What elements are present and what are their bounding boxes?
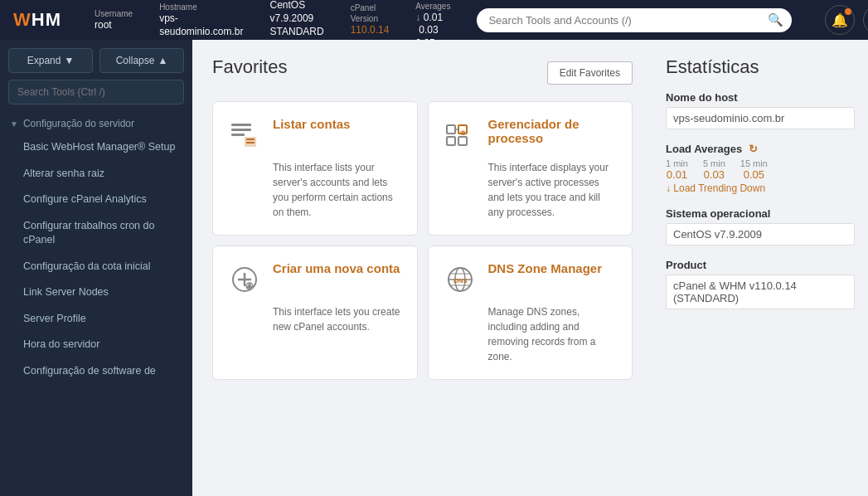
sidebar-item-software-config[interactable]: Configuração de software de [0, 358, 192, 385]
sidebar-item-label: Server Profile [23, 313, 86, 324]
favorites-grid: Listar contas This interface lists your … [212, 101, 633, 380]
svg-rect-2 [231, 134, 245, 136]
load-15min: 15 min 0.05 [740, 158, 768, 181]
sidebar-item-label: Configurar trabalhos cron do cPanel [23, 220, 154, 246]
sidebar: Expand ▼ Collapse ▲ ▼ Configuração do se… [0, 40, 192, 496]
notification-badge [845, 8, 851, 15]
sidebar-item-cota-inicial[interactable]: Configuração da cota inicial [0, 254, 192, 280]
sidebar-item-label: Basic WebHost Manager® Setup [23, 141, 175, 153]
card-header: Listar contas [226, 117, 404, 153]
sidebar-item-basic-setup[interactable]: Basic WebHost Manager® Setup [0, 134, 192, 161]
cpanel-label: cPanel Version [351, 2, 390, 24]
topbar: WHM Username root Hostname vps-seudomini… [0, 0, 868, 40]
sidebar-item-cpanel-analytics[interactable]: Configure cPanel Analytics [0, 187, 192, 213]
sidebar-action-bar: Expand ▼ Collapse ▲ [0, 40, 192, 80]
svg-text:⚙: ⚙ [461, 130, 466, 136]
hostname-info: Hostname vps-seudominio.com.br [159, 2, 243, 38]
card-title-processo[interactable]: Gerenciador de processo [488, 117, 619, 145]
sidebar-item-cron-jobs[interactable]: Configurar trabalhos cron do cPanel [0, 213, 192, 254]
hostname-section: Nome do host vps-seudominio.com.br [666, 91, 855, 129]
collapse-icon: ▲ [158, 55, 167, 66]
card-criar-conta: Criar uma nova conta This interface lets… [212, 246, 418, 380]
user-profile-button[interactable]: 👤 [863, 5, 868, 35]
sidebar-item-alterar-senha[interactable]: Alterar senha raiz [0, 161, 192, 187]
chevron-down-icon: ▼ [10, 119, 18, 129]
svg-rect-8 [447, 137, 455, 145]
list-icon [226, 117, 263, 153]
sidebar-item-label: Configure cPanel Analytics [23, 193, 147, 205]
os-section-label: Sistema operacional [666, 207, 855, 220]
svg-rect-18 [247, 286, 252, 289]
favorites-title: Favorites [212, 56, 287, 78]
sidebar-item-link-server-nodes[interactable]: Link Server Nodes [0, 280, 192, 306]
load-down-icon: ↓ [415, 12, 420, 23]
search-wrap: 🔍 [477, 8, 792, 32]
card-desc-processo: This interface displays your server's ac… [442, 160, 619, 220]
username-value: root [95, 19, 133, 32]
os-section: Sistema operacional CentOS v7.9.2009 [666, 207, 855, 246]
load-label: Load Averages [415, 0, 450, 12]
main-content: Favorites Edit Favorites [192, 40, 652, 496]
expand-button[interactable]: Expand ▼ [8, 48, 93, 73]
dns-icon: DNS [442, 261, 478, 298]
notifications-button[interactable]: 🔔 [825, 5, 855, 35]
add-account-icon [226, 261, 263, 298]
svg-rect-9 [458, 137, 467, 145]
sidebar-section-config[interactable]: ▼ Configuração do servidor [0, 113, 192, 134]
sidebar-item-label: Configuração da cota inicial [23, 260, 151, 272]
sidebar-item-label: Configuração de software de [23, 365, 156, 377]
hostname-label: Hostname [159, 2, 243, 12]
card-dns-zone: DNS DNS Zone Manager Manage DNS zones, i… [428, 246, 633, 380]
stats-title: Estatísticas [666, 56, 855, 78]
svg-rect-6 [447, 125, 455, 134]
card-title-criar-conta[interactable]: Criar uma nova conta [273, 261, 400, 275]
search-icon: 🔍 [768, 12, 783, 27]
card-gerenciador-processo: ⚙ Gerenciador de processo This interface… [428, 101, 633, 236]
search-area: 🔍 [477, 8, 792, 32]
expand-icon: ▼ [64, 55, 74, 66]
favorites-header: Favorites Edit Favorites [212, 56, 633, 90]
load-section-label: Load Averages ↻ [666, 143, 855, 155]
sidebar-search-input[interactable] [8, 80, 184, 105]
hostname-section-value: vps-seudominio.com.br [666, 107, 855, 129]
svg-rect-4 [246, 139, 255, 140]
search-input[interactable] [477, 8, 792, 32]
card-desc-listar-contas: This interface lists your server's accou… [226, 160, 404, 220]
os-section-value: CentOS v7.9.2009 [666, 223, 855, 246]
product-section: Product cPanel & WHM v110.0.14 (STANDARD… [666, 259, 855, 309]
username-info: Username root [95, 8, 133, 32]
stats-panel: Estatísticas Nome do host vps-seudominio… [652, 40, 868, 496]
whm-logo: WHM [13, 9, 61, 31]
card-header: DNS DNS Zone Manager [442, 261, 619, 298]
cpanel-info: cPanel Version 110.0.14 [351, 2, 390, 37]
load-5min: 5 min 0.03 [703, 158, 725, 181]
svg-rect-1 [231, 129, 251, 131]
card-title-listar-contas[interactable]: Listar contas [273, 117, 350, 131]
sidebar-item-label: Alterar senha raiz [23, 168, 104, 179]
cpanel-value: 110.0.14 [351, 24, 390, 37]
product-section-value: cPanel & WHM v110.0.14 (STANDARD) [666, 275, 855, 309]
sidebar-item-label: Hora do servidor [23, 338, 99, 350]
card-title-dns[interactable]: DNS Zone Manager [488, 261, 603, 275]
topbar-actions: 🔔 👤 [825, 5, 868, 35]
load-refresh-icon: ↻ [749, 143, 758, 155]
main-layout: Expand ▼ Collapse ▲ ▼ Configuração do se… [0, 40, 868, 496]
edit-favorites-button[interactable]: Edit Favorites [547, 61, 633, 85]
svg-text:DNS: DNS [453, 277, 468, 284]
product-section-label: Product [666, 259, 855, 271]
sidebar-item-hora-servidor[interactable]: Hora do servidor [0, 332, 192, 358]
svg-rect-0 [231, 124, 251, 126]
sidebar-item-label: Link Server Nodes [23, 286, 109, 298]
card-desc-criar-conta: This interface lets you create new cPane… [226, 304, 404, 334]
process-icon: ⚙ [442, 117, 478, 153]
username-label: Username [95, 8, 133, 19]
svg-rect-5 [246, 142, 255, 143]
load-section: Load Averages ↻ 1 min 0.01 5 min 0.03 15… [666, 143, 855, 194]
card-header: Criar uma nova conta [226, 261, 404, 298]
card-listar-contas: Listar contas This interface lists your … [212, 101, 418, 236]
sidebar-item-server-profile[interactable]: Server Profile [0, 306, 192, 333]
card-desc-dns: Manage DNS zones, including adding and r… [442, 304, 619, 364]
load-1min: 1 min 0.01 [666, 158, 688, 181]
hostname-value: vps-seudominio.com.br [159, 12, 243, 38]
collapse-button[interactable]: Collapse ▲ [99, 48, 184, 73]
